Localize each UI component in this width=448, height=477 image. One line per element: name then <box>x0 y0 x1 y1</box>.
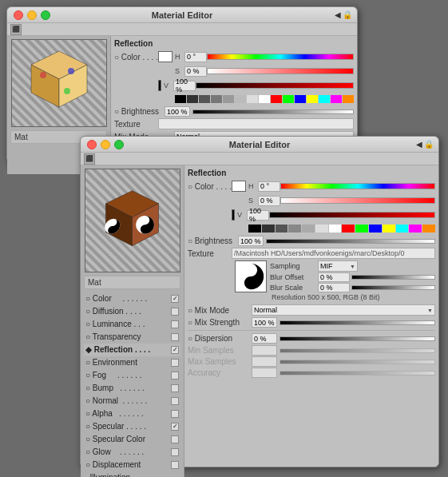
prop-specular-color: ○ Specular Color <box>84 433 180 446</box>
swatch-white[interactable] <box>259 95 270 103</box>
prop-diffusion-checkbox[interactable] <box>171 308 179 316</box>
cube-preview-2 <box>85 169 180 272</box>
w2-swatch-1[interactable] <box>248 225 261 233</box>
s-value[interactable]: 0 % <box>184 66 207 77</box>
prop-reflection-checkbox[interactable] <box>171 346 179 354</box>
w2-blur-scale-slider[interactable] <box>351 285 435 290</box>
swatch-gray4[interactable] <box>235 95 246 103</box>
w2-swatch-3[interactable] <box>276 225 288 233</box>
w2-h-value[interactable]: 0 ° <box>258 181 280 192</box>
swatch-gray2[interactable] <box>211 95 222 103</box>
h-slider[interactable] <box>207 54 354 60</box>
section-title-2: Reflection <box>188 169 435 177</box>
prop-glow-checkbox[interactable] <box>171 448 179 456</box>
prop-displacement-label: ○ Displacement <box>85 459 169 471</box>
w2-mix-strength-slider[interactable] <box>280 320 435 325</box>
w2-swatch-7[interactable] <box>329 225 342 233</box>
w2-v-label: V <box>237 211 247 219</box>
s-slider[interactable] <box>207 68 354 74</box>
prop-normal-checkbox[interactable] <box>171 397 179 405</box>
w2-s-slider[interactable] <box>280 197 435 204</box>
toolbar-icon-1[interactable]: ⬛ <box>10 24 22 35</box>
swatch-cyan[interactable] <box>319 95 330 103</box>
w2-swatch-9[interactable] <box>355 225 368 233</box>
prop-color-checkbox[interactable] <box>171 295 179 303</box>
prop-specular-checkbox[interactable] <box>171 423 179 431</box>
material-editor-window-2: Material Editor ◀ 🔒 ⬛ <box>80 136 439 467</box>
w2-color-swatch[interactable] <box>232 181 246 192</box>
w2-texture-path[interactable]: /Macintosh HD/Users/mdfvonkoenigs/marc/D… <box>232 248 435 259</box>
texture-path-1[interactable] <box>158 118 354 129</box>
brightness-value[interactable]: 100 % <box>165 106 190 117</box>
prop-bump-checkbox[interactable] <box>171 384 179 392</box>
w2-v-value[interactable]: 100 % <box>247 210 269 221</box>
w2-min-samples-row: Min Samples <box>188 345 435 356</box>
w2-blur-offset-slider[interactable] <box>351 275 435 280</box>
maximize-button-1[interactable] <box>41 10 50 20</box>
w2-blur-offset-label: Blur Offset <box>270 273 318 281</box>
w2-blur-offset-value[interactable]: 0 % <box>318 272 350 282</box>
toolbar-icon-2[interactable]: ⬛ <box>84 153 95 165</box>
w2-s-value[interactable]: 0 % <box>258 196 280 206</box>
swatch-black[interactable] <box>175 95 186 103</box>
prop-environment-checkbox[interactable] <box>171 359 179 367</box>
prop-glow-label: ○ Glow . . . . . . <box>85 447 169 458</box>
swatch-orange[interactable] <box>343 95 354 103</box>
w2-sampling-dropdown[interactable]: MIF ▼ <box>318 260 358 272</box>
prop-alpha-checkbox[interactable] <box>171 410 179 418</box>
w2-swatch-11[interactable] <box>383 225 395 233</box>
close-button-2[interactable] <box>87 140 97 149</box>
color-swatch-1[interactable] <box>158 51 172 62</box>
v-slider[interactable] <box>196 82 354 89</box>
w2-brightness-value[interactable]: 100 % <box>238 236 264 246</box>
w2-blur-scale-value[interactable]: 0 % <box>318 283 350 292</box>
prop-fog-checkbox[interactable] <box>171 372 179 380</box>
w2-h-slider[interactable] <box>280 183 435 189</box>
window-controls-1[interactable] <box>14 10 50 20</box>
maximize-button-2[interactable] <box>114 140 124 149</box>
prop-speccolor-checkbox[interactable] <box>171 435 179 443</box>
prop-bump: ○ Bump . . . . . . <box>84 382 180 395</box>
v-value[interactable]: 100 % <box>173 81 196 91</box>
w2-blur-scale-label: Blur Scale <box>270 284 318 292</box>
w2-swatch-8[interactable] <box>342 225 355 233</box>
window-controls-2[interactable] <box>87 140 124 149</box>
minimize-button-2[interactable] <box>101 140 110 149</box>
swatch-light[interactable] <box>247 95 258 103</box>
w2-swatch-6[interactable] <box>315 225 328 233</box>
w2-swatch-12[interactable] <box>396 225 409 233</box>
swatch-gray1[interactable] <box>199 95 210 103</box>
w2-swatch-14[interactable] <box>422 225 435 233</box>
divider-1 <box>188 330 435 331</box>
prop-transparency-label: ○ Transparency <box>85 332 169 343</box>
w2-dispersion-value[interactable]: 0 % <box>252 333 277 344</box>
w2-mix-strength-value[interactable]: 100 % <box>252 317 277 328</box>
w2-brightness-slider[interactable] <box>266 239 435 244</box>
prop-displacement-checkbox[interactable] <box>171 461 179 469</box>
w2-sampling-label: Sampling <box>270 262 318 270</box>
w2-swatch-2[interactable] <box>262 225 275 233</box>
swatch-green[interactable] <box>283 95 294 103</box>
w2-swatch-4[interactable] <box>288 225 301 233</box>
swatch-blue[interactable] <box>295 95 306 103</box>
close-button-1[interactable] <box>14 10 23 20</box>
w2-mix-mode-dropdown[interactable]: Normal ▼ <box>252 304 435 316</box>
brightness-slider[interactable] <box>192 109 354 114</box>
w2-dispersion-slider[interactable] <box>280 336 435 341</box>
w2-texture-path-text: /Macintosh HD/Users/mdfvonkoenigs/marc/D… <box>234 249 405 257</box>
w2-swatch-10[interactable] <box>369 225 382 233</box>
swatch-yellow[interactable] <box>307 95 318 103</box>
w2-texture-thumb <box>235 260 267 292</box>
swatch-red[interactable] <box>271 95 282 103</box>
h-value[interactable]: 0 ° <box>184 52 207 62</box>
swatch-magenta[interactable] <box>331 95 342 103</box>
minimize-button-1[interactable] <box>27 10 37 20</box>
w2-swatch-5[interactable] <box>302 225 315 233</box>
swatch-dark[interactable] <box>187 95 198 103</box>
swatch-gray3[interactable] <box>223 95 234 103</box>
mat-label-2: Mat <box>84 276 180 289</box>
prop-luminance-checkbox[interactable] <box>171 320 179 328</box>
w2-swatch-13[interactable] <box>409 225 422 233</box>
w2-v-slider[interactable] <box>269 212 435 218</box>
prop-transparency-checkbox[interactable] <box>171 333 179 341</box>
